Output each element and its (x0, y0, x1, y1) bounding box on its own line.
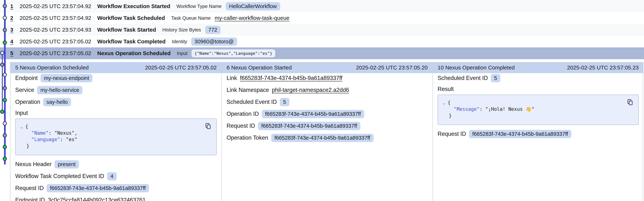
detail-field-label: Workflow Task Completed Event ID (15, 173, 104, 179)
detail-field-label: Request ID (226, 123, 255, 129)
event-row[interactable]: 32025-02-25 UTC 23:57:04.93Workflow Task… (0, 24, 644, 36)
event-id-link[interactable]: 1 (10, 3, 13, 9)
copy-button[interactable] (204, 123, 212, 129)
detail-field-badge: say-hello (43, 98, 71, 106)
detail-panel-timestamp: 2025-02-25 UTC 23:57:05.20 (356, 65, 428, 71)
detail-panel-header: 5 Nexus Operation Scheduled2025-02-25 UT… (10, 62, 222, 73)
json-open-line: ⌄{ (20, 123, 212, 130)
nexus-operation-detail-group: 5 Nexus Operation Scheduled2025-02-25 UT… (10, 62, 643, 201)
detail-field-label: Endpoint ID (15, 197, 45, 201)
event-row[interactable]: 42025-02-25 UTC 23:57:05.02Workflow Task… (0, 36, 644, 47)
timeline-dot-scheduled (3, 16, 7, 20)
detail-field-label: Operation Token (226, 134, 268, 141)
detail-field-label: Input (15, 110, 217, 116)
detail-field-label: Endpoint (15, 75, 38, 81)
detail-panel-body: Scheduled Event ID5Result⌄{"Message": "¡… (433, 73, 644, 138)
detail-panel-title: 5 Nexus Operation Scheduled (15, 65, 88, 71)
event-row[interactable]: 52025-02-25 UTC 23:57:05.02Nexus Operati… (0, 47, 644, 59)
detail-field: Servicemy-hello-service (15, 86, 217, 94)
detail-field-badge: my-nexus-endpoint (40, 74, 92, 82)
detail-field: Operation Tokenf665283f-743e-4374-b45b-9… (226, 134, 428, 142)
event-id-link[interactable]: 4 (10, 39, 13, 45)
copy-icon (204, 125, 212, 131)
detail-field-link[interactable]: phil-target-namespace2.a2dd6 (272, 87, 349, 93)
copy-button[interactable] (626, 99, 634, 106)
timeline-dot-started (3, 133, 7, 137)
timeline-dot-started (3, 4, 7, 8)
timeline-dot-scheduled (3, 121, 7, 125)
detail-field-badge: present (54, 160, 79, 168)
event-row[interactable]: 12025-02-25 UTC 23:57:04.92Workflow Exec… (0, 0, 644, 12)
detail-field: Scheduled Event ID5 (438, 74, 639, 82)
detail-field-label: Request ID (438, 131, 466, 137)
event-attribute-badge: 30960@totoro@ (191, 38, 237, 46)
event-attribute-badge: HelloCallerWorkflow (226, 2, 280, 11)
detail-field-link[interactable]: 3c0c75ccfa8144b092c13ce632463761 (48, 197, 146, 201)
event-id-cell: 2 (10, 15, 20, 21)
timeline-dot-completed (3, 41, 7, 45)
detail-field-label: Operation (15, 99, 40, 105)
json-key: "Message" (454, 106, 480, 112)
detail-field: Operation IDf665283f-743e-4374-b45b-9a61… (226, 110, 428, 118)
detail-field-badge: 5 (280, 98, 289, 106)
event-id-cell: 3 (10, 27, 20, 33)
detail-field-badge: 4 (107, 172, 117, 180)
detail-field: Link Namespacephil-target-namespace2.a2d… (226, 86, 428, 94)
event-id-link[interactable]: 2 (10, 15, 13, 21)
event-id-link[interactable]: 5 (10, 50, 13, 56)
detail-panel-header: 6 Nexus Operation Started2025-02-25 UTC … (222, 62, 432, 73)
event-attribute-label: Workflow Type Name (176, 4, 222, 9)
event-row[interactable]: 22025-02-25 UTC 23:57:04.92Workflow Task… (0, 12, 644, 24)
event-attribute-label: Task Queue Name (171, 15, 211, 21)
event-id-link[interactable]: 3 (10, 27, 13, 33)
event-name: Nexus Operation Scheduled (97, 50, 171, 56)
event-id-cell: 5 (10, 50, 20, 56)
event-attribute-label: Identity (172, 39, 187, 45)
event-name: Workflow Execution Started (97, 3, 170, 9)
collapse-chevron-icon[interactable]: ⌄ (20, 123, 24, 130)
detail-field-badge: my-hello-service (37, 86, 82, 94)
detail-panel-timestamp: 2025-02-25 UTC 23:57:05.23 (567, 65, 639, 71)
detail-field-label: Nexus Header (15, 161, 52, 167)
timeline-dot-started (0, 63, 4, 67)
detail-panel-timestamp: 2025-02-25 UTC 23:57:05.02 (145, 65, 217, 71)
timeline-main-line (4, 0, 6, 165)
json-close-line: } (443, 112, 634, 119)
event-name: Workflow Task Completed (97, 38, 166, 45)
detail-field-badge: f665283f-743e-4374-b45b-9a61a89337ff (258, 122, 360, 130)
event-detail-panel: 5 Nexus Operation Scheduled2025-02-25 UT… (10, 62, 222, 201)
timeline-dot-completed (0, 110, 4, 114)
detail-panel-title: 10 Nexus Operation Completed (438, 65, 515, 71)
detail-panel-body: Endpointmy-nexus-endpointServicemy-hello… (10, 73, 222, 201)
timeline-dot-started (3, 86, 7, 90)
json-open-line: ⌄{ (443, 99, 634, 106)
event-timestamp: 2025-02-25 UTC 23:57:04.92 (20, 3, 97, 9)
payload-viewer: ⌄{"Name": "Nexus","Language": "es"} (15, 118, 217, 155)
event-timestamp: 2025-02-25 UTC 23:57:04.93 (20, 27, 97, 33)
detail-field-badge: f665283f-743e-4374-b45b-9a61a89337ff (46, 184, 149, 192)
detail-field: Request IDf665283f-743e-4374-b45b-9a61a8… (438, 130, 639, 138)
event-timestamp: 2025-02-25 UTC 23:57:05.02 (20, 50, 97, 56)
timeline-dot-scheduled (3, 73, 7, 77)
json-key: "Name" (31, 130, 48, 136)
timeline-dot-completed (3, 98, 7, 102)
detail-field-label: Service (15, 87, 34, 93)
event-attribute-link[interactable]: my-caller-workflow-task-queue (215, 15, 289, 21)
timeline-dot-completed (3, 157, 7, 161)
detail-field-badge: f665283f-743e-4374-b45b-9a61a89337ff (271, 134, 374, 142)
event-attribute-badge: {"Name":"Nexus","Language":"es"} (192, 49, 275, 57)
json-entry-line: "Message": "¡Hola! Nexus 👋" (443, 106, 634, 112)
detail-panel-body: Linkf665283f-743e-4374-b45b-9a61a89337ff… (222, 73, 432, 142)
detail-field: Result⌄{"Message": "¡Hola! Nexus 👋"} (438, 86, 639, 125)
event-timestamp: 2025-02-25 UTC 23:57:04.92 (20, 15, 97, 21)
collapse-chevron-icon[interactable]: ⌄ (443, 100, 446, 106)
event-id-cell: 1 (10, 3, 20, 9)
detail-field-badge: f665283f-743e-4374-b45b-9a61a89337ff (469, 130, 571, 138)
detail-field-link[interactable]: f665283f-743e-4374-b45b-9a61a89337ff (240, 75, 342, 81)
timeline-dot-scheduled (0, 51, 4, 55)
detail-field: Input⌄{"Name": "Nexus","Language": "es"} (15, 110, 217, 155)
detail-field: Operationsay-hello (15, 98, 217, 106)
execution-timeline (0, 0, 10, 201)
json-value: : "es" (60, 137, 78, 142)
event-history-rows: 12025-02-25 UTC 23:57:04.92Workflow Exec… (0, 0, 644, 59)
